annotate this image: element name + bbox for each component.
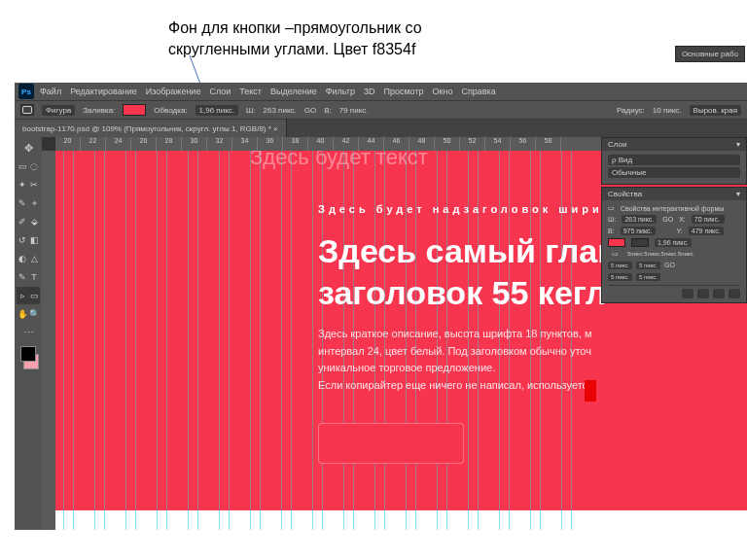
rounded-rect-shape[interactable] xyxy=(318,423,464,464)
pen-text-icon[interactable]: ✎T xyxy=(17,268,40,286)
prop-x-field[interactable]: 70 пикс. xyxy=(692,215,725,224)
props-subtitle-row: ▭ Свойства интерактивной формы xyxy=(608,204,740,212)
panel-menu-icon[interactable]: ▾ xyxy=(736,190,740,198)
corner-bl[interactable]: 5 пикс. xyxy=(608,273,632,281)
corner-tr[interactable]: 5 пикс. xyxy=(636,262,660,269)
menu-3d[interactable]: 3D xyxy=(364,87,375,96)
prop-y-label: Y: xyxy=(677,228,683,234)
height-value[interactable]: 79 пикс. xyxy=(339,106,369,115)
link-icon[interactable]: GO xyxy=(662,216,673,223)
menu-edit[interactable]: Редактирование xyxy=(70,87,137,96)
prop-x-label: X: xyxy=(679,216,686,223)
shape-tool-icon[interactable] xyxy=(20,104,34,116)
ruler-tick: 54 xyxy=(485,137,511,151)
document-tab[interactable]: bootstrap-1170.psd @ 109% (Прямоугольник… xyxy=(15,120,287,137)
ruler-tick: 36 xyxy=(258,137,283,151)
props-footer-icons xyxy=(608,285,740,298)
prop-fill-swatch[interactable] xyxy=(608,238,625,247)
more-icon[interactable]: ⋯ xyxy=(17,324,40,341)
stroke-width[interactable]: 1,96 пикс. xyxy=(196,105,238,116)
history-eraser-icon[interactable]: ↺◧ xyxy=(17,231,40,249)
menu-window[interactable]: Окно xyxy=(433,87,453,96)
marquee-lasso-icon[interactable]: ▭◌ xyxy=(17,158,40,175)
panel-menu-icon[interactable]: ▾ xyxy=(736,140,740,149)
menu-help[interactable]: Справка xyxy=(461,87,495,96)
menu-view[interactable]: Просмотр xyxy=(383,87,423,96)
head-l1: Здесь самый глав xyxy=(318,230,618,272)
bottom-grid-area xyxy=(55,510,747,530)
slide-annotation: Фон для кнопки –прямоугольник со скругле… xyxy=(168,18,499,61)
prop-icon[interactable] xyxy=(697,289,709,298)
ruler-tick: 24 xyxy=(106,137,131,151)
menu-layers[interactable]: Слои xyxy=(209,87,231,96)
gradient-blur-icon[interactable]: ◐△ xyxy=(17,250,40,267)
desc-l1: Здесь краткое описание, высота шрифта 18… xyxy=(318,326,639,343)
eyedrop-heal-icon[interactable]: ✎⌖ xyxy=(17,194,40,212)
fill-label: Заливка: xyxy=(83,106,115,115)
shape-mode-dropdown[interactable]: Фигура xyxy=(42,105,75,116)
ruler-tick: 38 xyxy=(283,137,308,151)
ruler-tick: 48 xyxy=(409,137,435,151)
head-l2: заголовок 55 кегл xyxy=(318,272,618,314)
properties-body: ▭ Свойства интерактивной формы Ш: 263 пи… xyxy=(602,200,746,302)
link-wh[interactable]: GO xyxy=(304,106,316,115)
corner-link-icon[interactable]: ▭ xyxy=(608,250,622,258)
menu-text[interactable]: Текст xyxy=(239,87,262,96)
live-shape-icon: ▭ xyxy=(608,204,615,212)
move-tool-icon[interactable]: ✥ xyxy=(17,139,40,157)
canvas-area: 20 22 24 26 28 30 32 34 36 38 40 42 44 4… xyxy=(42,137,747,530)
options-bar: Фигура Заливка: Обводка: 1,96 пикс. Ш: 2… xyxy=(15,100,747,120)
layers-panel: Слои ▾ ρ Вид Обычные xyxy=(601,137,747,185)
blend-mode-dropdown[interactable]: Обычные xyxy=(608,167,740,178)
prop-icon[interactable] xyxy=(682,289,694,298)
ruler-tick: 40 xyxy=(308,137,334,151)
menu-image[interactable]: Изображение xyxy=(146,87,201,96)
prop-w-label: Ш: xyxy=(608,216,616,223)
color-swatches[interactable] xyxy=(17,346,40,369)
vertical-ruler xyxy=(42,151,55,530)
ruler-tick: 22 xyxy=(81,137,106,151)
document-tabs: bootstrap-1170.psd @ 109% (Прямоугольник… xyxy=(15,120,747,137)
menu-file[interactable]: Файл xyxy=(40,87,61,96)
fill-swatch[interactable] xyxy=(123,104,146,116)
prop-h-label: В: xyxy=(608,228,615,234)
height-label: В: xyxy=(324,106,332,115)
ps-logo-icon: Ps xyxy=(18,84,34,99)
prop-stroke-w[interactable]: 1,96 пикс. xyxy=(655,238,692,247)
trash-icon[interactable] xyxy=(729,289,740,298)
properties-panel: Свойства ▾ ▭ Свойства интерактивной форм… xyxy=(601,187,747,303)
corner-tl[interactable]: 5 пикс. xyxy=(608,262,632,269)
prop-h-field[interactable]: 975 пикс. xyxy=(621,227,656,235)
layers-title: Слои xyxy=(608,140,626,149)
top-placeholder-text: Здесь будет текст xyxy=(250,151,428,170)
layers-kind-dropdown[interactable]: ρ Вид xyxy=(608,155,740,165)
menu-filter[interactable]: Фильтр xyxy=(326,87,355,96)
prop-y-field[interactable]: 479 пикс. xyxy=(689,227,724,235)
desc-l2: интервал 24, цвет белый. Под заголовком … xyxy=(318,343,639,361)
transform-handle[interactable] xyxy=(585,380,596,402)
prop-w-field[interactable]: 263 пикс. xyxy=(622,215,657,224)
workspace: ✥ ▭◌ ✦✂ ✎⌖ ✐⬙ ↺◧ ◐△ ✎T ▹▭ ✋🔍 ⋯ 20 22 24 … xyxy=(15,137,747,530)
brush-stamp-icon[interactable]: ✐⬙ xyxy=(17,213,40,230)
menu-select[interactable]: Выделение xyxy=(270,87,317,96)
ruler-tick: 50 xyxy=(435,137,460,151)
wand-crop-icon[interactable]: ✦✂ xyxy=(17,176,40,193)
foreground-swatch[interactable] xyxy=(20,346,36,362)
ruler-tick: 56 xyxy=(511,137,536,151)
ruler-tick: 30 xyxy=(182,137,207,151)
layers-panel-head[interactable]: Слои ▾ xyxy=(602,138,746,151)
corner-link-toggle[interactable]: GO xyxy=(664,262,675,269)
workspace-switcher[interactable]: Основные рабо xyxy=(675,46,745,62)
prop-stroke-swatch[interactable] xyxy=(631,238,649,247)
prop-icon[interactable] xyxy=(713,289,725,298)
corner-br[interactable]: 5 пикс. xyxy=(636,273,660,281)
properties-title: Свойства xyxy=(608,190,642,198)
corners-summary: 5пикс.5пикс.5пикс.5пикс. xyxy=(627,251,694,257)
path-shape-icon[interactable]: ▹▭ xyxy=(17,287,40,304)
hand-zoom-icon[interactable]: ✋🔍 xyxy=(17,305,40,323)
radius-value[interactable]: 10 пикс. xyxy=(653,106,682,115)
right-panels: Слои ▾ ρ Вид Обычные Свойства xyxy=(601,137,747,305)
align-edges[interactable]: Выров. края xyxy=(690,105,741,116)
properties-panel-head[interactable]: Свойства ▾ xyxy=(602,188,746,200)
width-value[interactable]: 263 пикс. xyxy=(264,106,297,115)
